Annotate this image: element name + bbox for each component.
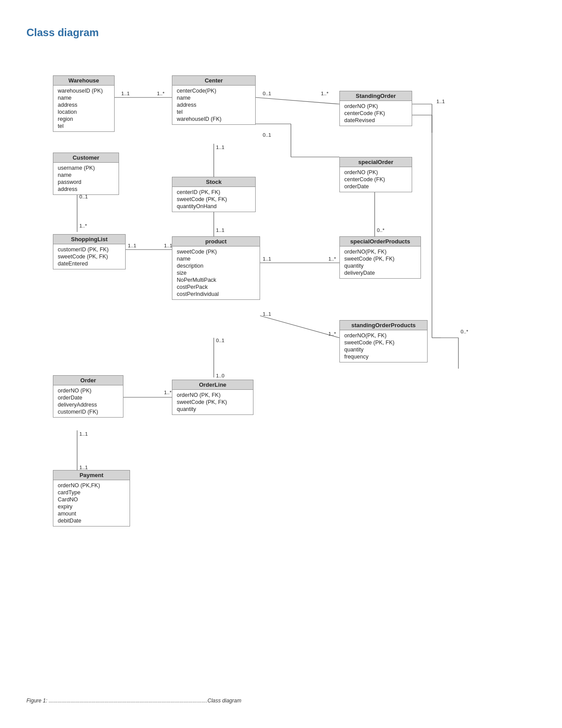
mult-prod-ol-top: 0..1: [216, 338, 224, 343]
mult-c-so-right: 1..*: [321, 91, 328, 96]
mult-prod-sop-left: 1..1: [263, 256, 271, 261]
payment-title: Payment: [53, 470, 130, 480]
standingorder-fields: orderNO (PK) centerCode (FK) dateRevised: [340, 101, 412, 126]
product-title: product: [172, 237, 260, 246]
mult-stk-prod-bot: 1..1: [216, 228, 224, 233]
mult-cust-sl-bot: 1..*: [79, 223, 87, 228]
warehouse-box: Warehouse warehouseID (PK) name address …: [53, 75, 115, 132]
order-box: Order orderNO (PK) orderDate deliveryAdd…: [53, 375, 123, 418]
mult-prod-ol-bot: 1..0: [216, 373, 224, 378]
mult-c-spec-left: 0..1: [263, 132, 271, 138]
mult-c-so-left: 0..1: [263, 91, 271, 96]
svg-line-13: [260, 316, 339, 338]
customer-box: Customer username (PK) name password add…: [53, 153, 119, 195]
mult-sl-prod-left: 1..1: [128, 243, 136, 248]
orderline-fields: orderNO (PK, FK) sweetCode (PK, FK) quan…: [172, 390, 253, 414]
mult-c-stk-top: 1..1: [216, 145, 224, 150]
mult-sopr-right: 0..*: [461, 329, 468, 334]
shoppinglist-title: ShoppingList: [53, 235, 125, 244]
shoppinglist-box: ShoppingList customerID (PK, FK) sweetCo…: [53, 234, 126, 269]
standingorderproducts-title: standingOrderProducts: [340, 321, 427, 330]
standingorder-title: StandingOrder: [340, 91, 412, 101]
specialorderproducts-box: specialOrderProducts orderNO(PK, FK) swe…: [339, 236, 421, 279]
center-fields: centerCode(PK) name address tel warehous…: [172, 86, 255, 124]
warehouse-fields: warehouseID (PK) name address location r…: [53, 86, 114, 131]
page-title: Class diagram: [26, 26, 536, 39]
mult-sl-prod-right: 1..1: [164, 243, 172, 248]
center-box: Center centerCode(PK) name address tel w…: [172, 75, 256, 125]
product-box: product sweetCode (PK) name description …: [172, 236, 260, 300]
mult-wh-c-left: 1..1: [121, 91, 130, 96]
mult-ord-pay-bot: 1..1: [79, 465, 88, 470]
order-title: Order: [53, 376, 123, 385]
standingorderproducts-box: standingOrderProducts orderNO(PK, FK) sw…: [339, 320, 428, 362]
svg-line-1: [256, 97, 339, 104]
payment-box: Payment orderNO (PK,FK) cardType CardNO …: [53, 470, 130, 526]
customer-title: Customer: [53, 153, 119, 163]
mult-so-right: 1..1: [436, 99, 445, 104]
orderline-title: OrderLine: [172, 380, 253, 390]
mult-ord-pay-top: 1..1: [79, 431, 88, 437]
stock-title: Stock: [172, 177, 255, 187]
mult-ord-ol-right: 1..*: [164, 390, 171, 395]
warehouse-title: Warehouse: [53, 76, 114, 86]
figure-caption: Figure 1: ..............................…: [26, 698, 533, 704]
diagram-lines: [26, 47, 533, 686]
mult-prod-sopr-left: 1..1: [263, 311, 271, 317]
mult-so-sop-bot: 0..*: [377, 228, 384, 233]
center-title: Center: [172, 76, 255, 86]
standingorder-box: StandingOrder orderNO (PK) centerCode (F…: [339, 91, 412, 126]
specialorder-fields: orderNO (PK) centerCode (FK) orderDate: [340, 167, 412, 192]
mult-prod-sop-right: 1..*: [328, 256, 336, 261]
customer-fields: username (PK) name password address: [53, 163, 119, 194]
specialorderproducts-title: specialOrderProducts: [340, 237, 421, 246]
stock-fields: centerID (PK, FK) sweetCode (PK, FK) qua…: [172, 187, 255, 212]
payment-fields: orderNO (PK,FK) cardType CardNO expiry a…: [53, 480, 130, 526]
mult-prod-sopr-right: 1..*: [328, 331, 336, 336]
product-fields: sweetCode (PK) name description size NoP…: [172, 246, 260, 299]
specialorder-title: specialOrder: [340, 157, 412, 167]
specialorder-box: specialOrder orderNO (PK) centerCode (FK…: [339, 157, 412, 192]
stock-box: Stock centerID (PK, FK) sweetCode (PK, F…: [172, 177, 256, 212]
mult-wh-c-right: 1..*: [157, 91, 164, 96]
orderline-box: OrderLine orderNO (PK, FK) sweetCode (PK…: [172, 380, 253, 415]
order-fields: orderNO (PK) orderDate deliveryAddress c…: [53, 385, 123, 417]
standingorderproducts-fields: orderNO(PK, FK) sweetCode (PK, FK) quant…: [340, 330, 427, 362]
specialorderproducts-fields: orderNO(PK, FK) sweetCode (PK, FK) quant…: [340, 246, 421, 278]
shoppinglist-fields: customerID (PK, FK) sweetCode (PK, FK) d…: [53, 244, 125, 269]
